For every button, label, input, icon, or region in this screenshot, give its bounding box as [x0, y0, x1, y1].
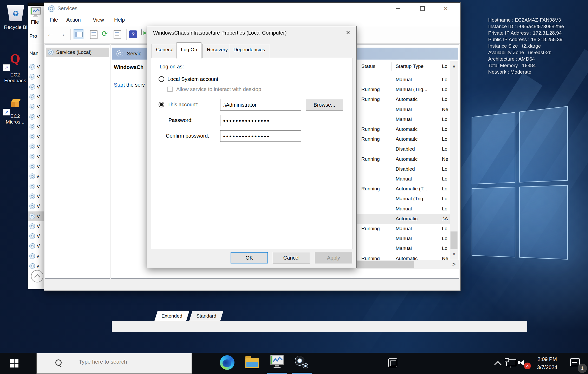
column-header-startup-type[interactable]: Startup Type	[396, 63, 423, 74]
background-service-row[interactable]: v	[28, 261, 44, 271]
back-arrow-icon[interactable]: ←	[47, 30, 54, 38]
service-list-row[interactable]: ManualLo	[357, 174, 450, 184]
background-service-row[interactable]: V	[28, 241, 44, 251]
browse-button[interactable]: Browse...	[306, 99, 343, 111]
tab-general[interactable]: General	[152, 44, 178, 58]
taskbar-edge-icon[interactable]	[220, 355, 234, 370]
scroll-down-arrow-icon[interactable]: ∨	[450, 251, 458, 257]
name-column-header[interactable]: Nan	[29, 50, 38, 56]
service-list-row[interactable]: DisabledLo	[357, 164, 450, 174]
background-service-row[interactable]: V	[28, 72, 44, 82]
taskbar-search[interactable]	[36, 353, 192, 374]
allow-desktop-checkbox[interactable]	[167, 87, 173, 92]
background-service-row[interactable]: V	[28, 102, 44, 112]
start-service-icon[interactable]	[141, 29, 142, 35]
scroll-up-button[interactable]	[31, 270, 43, 282]
service-list-row[interactable]: RunningAutomaticLo	[357, 95, 450, 105]
taskbar-performance-monitor-icon[interactable]	[269, 354, 285, 370]
background-service-row[interactable]: V	[28, 152, 44, 162]
tree-item-services-local[interactable]: Services (Local)	[46, 48, 109, 57]
scrollbar-thumb[interactable]	[357, 261, 414, 268]
tab-recovery[interactable]: Recovery	[202, 44, 232, 58]
task-view-button[interactable]	[192, 353, 208, 374]
service-list-row[interactable]: Manual (Trig...Lo	[357, 194, 450, 204]
minimize-button[interactable]	[392, 5, 404, 12]
scroll-up-arrow-icon[interactable]: ∧	[450, 63, 458, 69]
desktop-icon-ec2-microsoft[interactable]: ↗ EC2 Micros...	[2, 99, 29, 125]
tab-standard[interactable]: Standard	[189, 311, 223, 321]
service-list-row[interactable]: RunningAutomaticLo	[357, 134, 450, 144]
help-icon[interactable]: ?	[129, 30, 137, 38]
background-service-row[interactable]: V	[28, 201, 44, 211]
taskbar-file-explorer-icon[interactable]	[245, 358, 259, 368]
background-service-row[interactable]: v	[28, 251, 44, 261]
cancel-button[interactable]: Cancel	[273, 252, 310, 263]
background-service-row[interactable]: V	[28, 211, 44, 221]
password-input[interactable]: ●●●●●●●●●●●●●●●	[220, 115, 301, 126]
background-service-row[interactable]: V	[28, 231, 44, 241]
vertical-scrollbar[interactable]: ∧ ∨	[450, 61, 458, 260]
service-list-row[interactable]: ManualLo	[357, 244, 450, 254]
background-service-row[interactable]: V	[28, 221, 44, 231]
background-service-row[interactable]: V	[28, 62, 44, 72]
menu-view[interactable]: View	[93, 17, 104, 23]
local-system-radio[interactable]	[159, 76, 164, 82]
service-list-row[interactable]: ManualLo	[357, 115, 450, 125]
this-account-radio[interactable]	[159, 102, 164, 107]
action-center-icon[interactable]	[570, 358, 580, 366]
scroll-right-arrow-icon[interactable]: >	[450, 261, 458, 267]
refresh-icon[interactable]: ⟳	[102, 29, 108, 38]
show-console-tree-icon[interactable]	[74, 29, 83, 39]
service-list-row[interactable]: ManualLo	[357, 75, 450, 85]
service-list-row[interactable]: RunningAutomaticNe	[357, 154, 450, 164]
service-list-row[interactable]: RunningAutomatic (T...Lo	[357, 184, 450, 194]
scrollbar-thumb[interactable]	[450, 231, 458, 249]
menu-action[interactable]: Action	[66, 17, 81, 23]
account-input[interactable]: .\Administrator	[220, 99, 301, 111]
service-list-row[interactable]: RunningManual (Trig...Lo	[357, 85, 450, 95]
column-header-logon[interactable]: Lo	[442, 63, 447, 74]
volume-icon[interactable]	[520, 360, 524, 366]
menu-help[interactable]: Help	[114, 17, 125, 23]
maximize-button[interactable]	[417, 5, 428, 12]
background-service-row[interactable]: V	[28, 182, 44, 191]
background-service-row[interactable]: V	[28, 191, 44, 201]
menu-file[interactable]: File	[50, 17, 58, 23]
apply-button[interactable]: Apply	[315, 252, 352, 263]
background-service-row[interactable]: v	[28, 171, 44, 181]
window-title-bar[interactable]: Services ×	[44, 3, 460, 15]
background-service-row[interactable]: V	[28, 82, 44, 92]
tab-extended[interactable]: Extended	[154, 311, 189, 321]
service-list-row[interactable]: ManualNe	[357, 105, 450, 115]
forward-arrow-icon[interactable]: →	[58, 30, 66, 38]
start-service-link[interactable]: Start	[114, 82, 125, 88]
close-button[interactable]: ×	[440, 5, 452, 12]
background-service-row[interactable]: V	[28, 92, 44, 102]
desktop-icon-recycle-bin[interactable]: ♻ Recycle Bi	[3, 5, 29, 30]
notification-badge[interactable]: 1	[578, 364, 587, 373]
horizontal-scrollbar[interactable]: >	[357, 260, 459, 269]
taskbar-clock[interactable]: 2:09 PM 3/7/2024	[532, 355, 563, 371]
background-service-row[interactable]: V	[28, 122, 44, 132]
service-list-row[interactable]: RunningAutomaticLo	[357, 125, 450, 134]
background-service-row[interactable]: V	[28, 132, 44, 141]
service-list-row[interactable]: DisabledLo	[357, 144, 450, 154]
background-service-row[interactable]: V	[28, 141, 44, 151]
confirm-password-input[interactable]: ●●●●●●●●●●●●●●●	[220, 130, 301, 142]
tab-dependencies[interactable]: Dependencies	[229, 44, 269, 58]
network-icon[interactable]	[506, 359, 516, 366]
background-toolbar-text[interactable]: Pro	[29, 33, 37, 39]
service-list-row[interactable]: ManualLo	[357, 234, 450, 244]
dialog-close-icon[interactable]: ×	[342, 27, 354, 38]
ok-button[interactable]: OK	[231, 252, 268, 263]
properties-icon[interactable]	[90, 30, 97, 39]
background-service-row[interactable]: V	[28, 162, 44, 171]
background-service-row[interactable]: V	[28, 112, 44, 122]
column-header-status[interactable]: Status	[361, 63, 375, 74]
background-menu-file[interactable]: File	[31, 19, 39, 25]
desktop-icon-ec2-feedback[interactable]: Q ↗ EC2 Feedback	[2, 53, 29, 83]
taskbar-services-icon[interactable]	[294, 355, 310, 370]
background-window[interactable]: File Pro Nan VVVVVVVVVVVvVVVVVVVvv	[28, 3, 44, 289]
service-list-row[interactable]: ManualLo	[357, 204, 450, 214]
tab-log-on[interactable]: Log On	[177, 42, 201, 59]
